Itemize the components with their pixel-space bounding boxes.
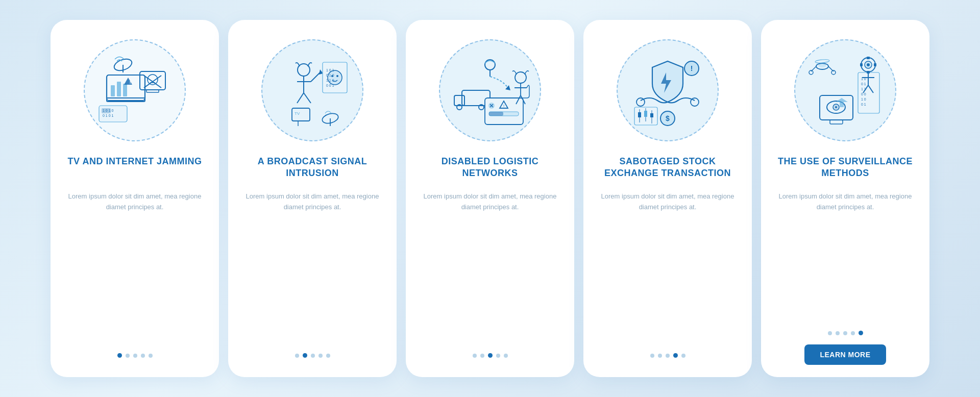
surveillance-icon: 1 0 0 1 1 1 0 0 1 0 0 1 (802, 47, 889, 134)
cards-container: ! 1 0 1 0 0 1 0 1 (30, 10, 950, 387)
card-3-title: DISABLED LOGISTIC NETWORKS (418, 156, 562, 184)
learn-more-button[interactable]: LEARN MORE (804, 344, 886, 365)
dot-3-1 (473, 354, 477, 358)
card-2-title: A BROADCAST SIGNAL INTRUSION (240, 156, 384, 184)
dot-1-3 (133, 354, 137, 358)
svg-line-24 (311, 72, 320, 82)
card-stock-exchange: $ ! SABOTAGED STOCK EXCHANGE TRANSACTION… (583, 20, 752, 377)
svg-point-73 (818, 63, 826, 67)
svg-text:1 0: 1 0 (861, 97, 866, 101)
card-3-dots (473, 353, 508, 358)
svg-text:0 1 0 1: 0 1 0 1 (103, 114, 114, 117)
dot-4-5 (681, 354, 685, 358)
svg-rect-71 (650, 113, 653, 117)
svg-text:0 1: 0 1 (861, 103, 866, 106)
svg-point-33 (336, 75, 338, 77)
svg-rect-96 (860, 63, 863, 66)
card-broadcast-intrusion: 1 0 1 0 1 0 1 1 0 0 0 1 TV A BROADCAST S… (228, 20, 397, 377)
svg-rect-69 (644, 111, 647, 117)
dot-5-4 (851, 331, 855, 335)
card-4-illustration: $ ! (611, 34, 724, 146)
dot-1-2 (126, 354, 130, 358)
svg-rect-18 (102, 108, 111, 113)
dot-5-1 (828, 331, 832, 335)
card-5-desc: Lorem ipsum dolor sit dim amet, mea regi… (773, 191, 917, 321)
card-1-illustration: ! 1 0 1 0 0 1 0 1 (79, 34, 191, 146)
svg-point-59 (636, 98, 645, 106)
dot-4-4 (673, 353, 678, 358)
svg-point-31 (328, 70, 342, 85)
dot-1-1 (117, 353, 122, 358)
card-4-dots (650, 353, 685, 358)
card-1-title: TV AND INTERNET JAMMING (68, 156, 202, 184)
broadcast-intrusion-icon: 1 0 1 0 1 0 1 1 0 0 0 1 TV (269, 47, 356, 134)
dot-2-1 (295, 354, 299, 358)
svg-point-60 (691, 98, 699, 106)
card-logistic-networks: ! DISABLED LOGISTIC NETWORKS Lorem ipsum… (406, 20, 574, 377)
card-tv-jamming: ! 1 0 1 0 0 1 0 1 (51, 20, 219, 377)
svg-point-39 (485, 60, 495, 70)
card-2-dots (295, 353, 330, 358)
svg-rect-67 (638, 112, 641, 117)
svg-line-23 (304, 93, 311, 103)
svg-point-83 (835, 106, 837, 108)
card-5-title: THE USE OF SURVEILLANCE METHODS (773, 156, 917, 184)
dot-3-4 (496, 354, 500, 358)
stock-exchange-icon: $ ! (624, 47, 711, 134)
card-1-desc: Lorem ipsum dolor sit dim amet, mea regi… (63, 191, 207, 344)
svg-line-22 (297, 93, 304, 103)
card-1-dots (117, 353, 153, 358)
svg-rect-8 (146, 90, 159, 92)
card-surveillance: 1 0 0 1 1 1 0 0 1 0 0 1 (761, 20, 929, 377)
svg-text:!: ! (130, 80, 131, 85)
dot-1-5 (149, 354, 153, 358)
dot-4-1 (650, 354, 654, 358)
logistic-networks-icon: ! (447, 47, 533, 134)
dot-2-5 (326, 354, 330, 358)
dot-5-2 (836, 331, 840, 335)
dot-2-3 (311, 354, 315, 358)
svg-text:!: ! (691, 64, 693, 72)
dot-1-4 (141, 354, 145, 358)
svg-text:TV: TV (295, 111, 300, 116)
svg-rect-3 (117, 82, 121, 96)
card-4-desc: Lorem ipsum dolor sit dim amet, mea regi… (596, 191, 740, 344)
svg-rect-2 (111, 85, 115, 96)
card-3-illustration: ! (434, 34, 546, 146)
svg-rect-80 (830, 120, 843, 124)
dot-3-3 (488, 353, 493, 358)
card-3-desc: Lorem ipsum dolor sit dim amet, mea regi… (418, 191, 562, 344)
card-2-illustration: 1 0 1 0 1 0 1 1 0 0 0 1 TV (256, 34, 369, 146)
svg-point-54 (515, 72, 526, 83)
dot-5-3 (843, 331, 847, 335)
dot-4-3 (666, 354, 670, 358)
dot-4-2 (658, 354, 662, 358)
svg-text:!: ! (503, 104, 504, 108)
svg-rect-4 (123, 84, 127, 96)
dot-2-4 (318, 354, 323, 358)
dot-5-5 (859, 331, 863, 335)
tv-jamming-icon: ! 1 0 1 0 0 1 0 1 (91, 47, 178, 134)
dot-3-5 (504, 354, 508, 358)
card-4-title: SABOTAGED STOCK EXCHANGE TRANSACTION (596, 156, 740, 184)
card-5-dots (828, 331, 863, 335)
card-2-desc: Lorem ipsum dolor sit dim amet, mea regi… (240, 191, 384, 344)
svg-point-32 (331, 75, 333, 77)
svg-point-78 (815, 59, 829, 63)
svg-marker-5 (124, 78, 132, 85)
svg-rect-94 (867, 57, 870, 59)
svg-text:0 1: 0 1 (861, 82, 866, 86)
svg-point-98 (867, 63, 870, 66)
dot-3-2 (480, 354, 484, 358)
dot-2-2 (303, 353, 307, 358)
card-5-illustration: 1 0 0 1 1 1 0 0 1 0 0 1 (789, 34, 901, 146)
svg-rect-53 (489, 112, 503, 116)
svg-text:$: $ (666, 114, 670, 122)
svg-rect-97 (874, 63, 876, 66)
